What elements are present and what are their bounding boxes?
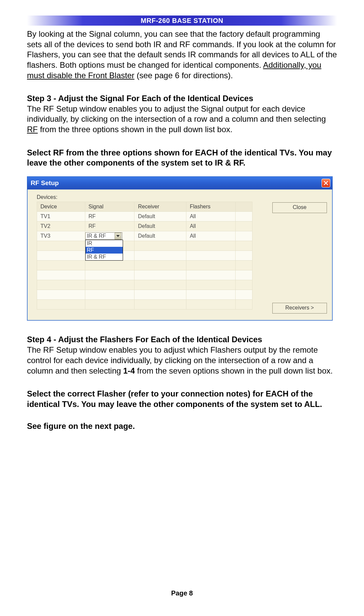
- col-signal[interactable]: Signal: [85, 202, 134, 212]
- table-row[interactable]: TV3 IR & RF: [37, 231, 252, 241]
- signal-dropdown-list[interactable]: IR RF IR & RF: [85, 240, 123, 261]
- step4-instruction: Select the correct Flasher (refer to you…: [27, 389, 337, 409]
- col-device[interactable]: Device: [37, 202, 85, 212]
- receivers-button[interactable]: Receivers >: [272, 303, 327, 314]
- rf-titlebar: RF Setup: [27, 177, 332, 189]
- step3-body-rf: RF: [27, 125, 38, 134]
- table-row[interactable]: .: [37, 241, 252, 251]
- see-next-page: See figure on the next page.: [27, 421, 337, 432]
- rf-button-panel: Close Receivers >: [252, 202, 328, 314]
- signal-dropdown-value: IR & RF: [87, 233, 106, 239]
- grid-header-row: Device Signal Receiver Flashers: [37, 202, 252, 212]
- dropdown-option-ir[interactable]: IR: [86, 240, 123, 247]
- close-button[interactable]: Close: [272, 202, 327, 213]
- cell-signal[interactable]: RF: [85, 212, 134, 222]
- cell-receiver[interactable]: Default: [134, 231, 186, 241]
- table-row[interactable]: .: [37, 300, 252, 310]
- step4-heading: Step 4 - Adjust the Flashers For Each of…: [27, 335, 337, 344]
- step3-heading: Step 3 - Adjust the Signal For Each of t…: [27, 94, 337, 103]
- page-header: MRF-260 BASE STATION: [27, 16, 337, 26]
- cell-signal[interactable]: RF: [85, 222, 134, 231]
- header-title: MRF-260 BASE STATION: [141, 17, 223, 24]
- intro-paragraph: By looking at the Signal column, you can…: [27, 29, 337, 81]
- intro-text-b: (see page 6 for directions).: [134, 71, 233, 80]
- table-row[interactable]: .: [37, 261, 252, 270]
- step3-body-a: The RF Setup window enables you to adjus…: [27, 104, 326, 124]
- step3-instruction: Select RF from the three options shown f…: [27, 148, 337, 168]
- step3-body-b: from the three options shown in the pull…: [38, 125, 233, 134]
- table-row[interactable]: TV1 RF Default All: [37, 212, 252, 222]
- step3-body: The RF Setup window enables you to adjus…: [27, 104, 337, 135]
- chevron-down-icon[interactable]: [115, 233, 121, 239]
- rf-setup-window: RF Setup Devices: Device Signal Receiver…: [27, 176, 333, 321]
- table-row[interactable]: .: [37, 290, 252, 300]
- rf-body: Devices: Device Signal Receiver Flashers: [27, 189, 332, 320]
- cell-flashers[interactable]: All: [186, 212, 236, 222]
- signal-dropdown[interactable]: IR & RF: [85, 232, 122, 240]
- manual-page: MRF-260 BASE STATION By looking at the S…: [0, 0, 364, 616]
- devices-grid[interactable]: Device Signal Receiver Flashers TV1 RF D…: [37, 202, 252, 310]
- table-row[interactable]: .: [37, 270, 252, 280]
- cell-flashers[interactable]: All: [186, 231, 236, 241]
- cell-device[interactable]: TV1: [37, 212, 85, 222]
- step4-body: The RF Setup window enables you to adjus…: [27, 345, 337, 376]
- cell-device[interactable]: TV3: [37, 231, 85, 241]
- dropdown-option-rf[interactable]: RF: [86, 247, 123, 254]
- col-receiver[interactable]: Receiver: [134, 202, 186, 212]
- col-spacer: [236, 202, 252, 212]
- step4-body-b: from the seven options shown in the pull…: [135, 366, 333, 375]
- devices-label: Devices:: [37, 194, 328, 200]
- cell-signal-dropdown[interactable]: IR & RF IR RF IR & RF: [85, 231, 134, 241]
- table-row[interactable]: TV2 RF Default All: [37, 222, 252, 231]
- table-row[interactable]: .: [37, 280, 252, 290]
- table-row[interactable]: .: [37, 251, 252, 261]
- close-icon[interactable]: [322, 179, 330, 187]
- dropdown-option-irrf[interactable]: IR & RF: [86, 254, 123, 260]
- page-number: Page 8: [0, 589, 364, 597]
- cell-receiver[interactable]: Default: [134, 222, 186, 231]
- cell-flashers[interactable]: All: [186, 222, 236, 231]
- cell-device[interactable]: TV2: [37, 222, 85, 231]
- col-flashers[interactable]: Flashers: [186, 202, 236, 212]
- cell-receiver[interactable]: Default: [134, 212, 186, 222]
- rf-title: RF Setup: [31, 179, 59, 187]
- step4-body-strong: 1-4: [123, 366, 135, 375]
